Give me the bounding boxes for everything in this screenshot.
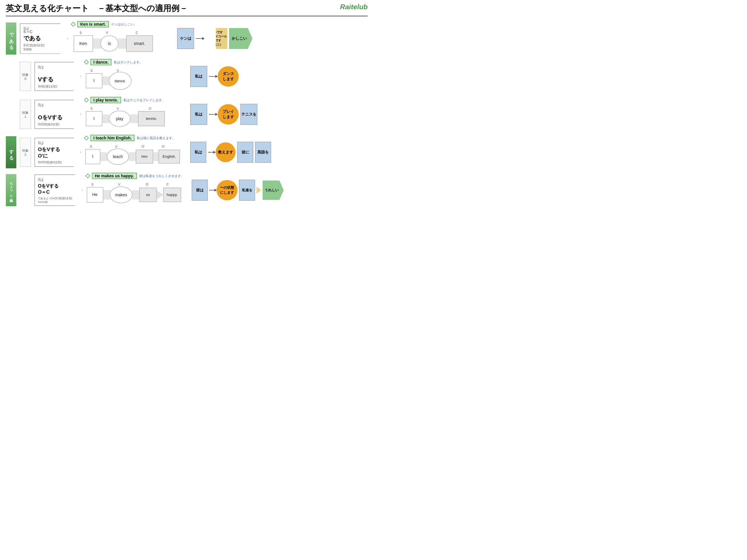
pattern-subject-3: Sは [38, 103, 44, 108]
vis-makes-oval: 〜の状態にします [216, 180, 237, 201]
svg-text:V: V [106, 31, 108, 34]
pattern-box-5: Sは OをVする O＝C であるようSVOC型(第5文型) SVOA型 [34, 175, 83, 206]
vis-arrow-1 [196, 38, 203, 39]
diagram-3: I play tennis. 私はテニスをプレイします。 S V O I pla… [85, 97, 184, 132]
page-title: 英文見える化チャート －基本文型への適用例－ [6, 3, 188, 14]
page-wrapper: 英文見える化チャート －基本文型への適用例－ Raitelub である Sは S… [6, 3, 368, 208]
subcat-3: 対象1 [20, 100, 31, 129]
vis-arrow-3 [209, 114, 216, 115]
visual-3: 私は プレイします テニスを [190, 100, 368, 129]
svg-rect-26 [130, 114, 138, 123]
svg-text:happy.: happy. [166, 192, 178, 197]
sentence-label-5: He makes us happy. 彼は私達をうれしくさせます。 [86, 173, 185, 179]
vis-tennis-rect: テニスを [240, 104, 257, 125]
svg-rect-53 [132, 190, 139, 199]
svg-text:is: is [108, 41, 111, 46]
pattern-main-3: OをVする [38, 114, 71, 121]
visual-4: 私は 教えます 彼に 英語を [190, 138, 368, 167]
svg-text:V: V [115, 145, 118, 148]
page-header: 英文見える化チャート －基本文型への適用例－ Raitelub [6, 3, 368, 16]
svg-text:him: him [141, 154, 148, 159]
pattern-box-1: Sは S＝C である SVC型(第2文型) SVA型 [20, 23, 68, 54]
svg-text:us: us [146, 192, 150, 197]
svg-text:S: S [91, 107, 93, 110]
svg-text:makes: makes [115, 192, 127, 197]
sentence-label-3: I play tennis. 私はテニスをプレイします。 [85, 97, 184, 103]
vis-watashi-3: 私は [190, 104, 207, 125]
pattern-type-5: であるようSVOC型(第5文型) SVOA型 [38, 196, 73, 204]
sentence-ja-4: 私は彼に英語を教えます。 [137, 136, 175, 140]
vis-watashi-4: 私は [190, 142, 206, 163]
vis-arrow-2 [209, 76, 216, 77]
pattern-type-3: SVO型(第3文型) [38, 123, 71, 127]
vis-play-oval: プレイします [218, 104, 239, 125]
svg-text:teach: teach [113, 154, 123, 159]
sentence-en-3: I play tennis. [91, 97, 121, 103]
vis-ureshii-pentagon: うれしい [263, 181, 284, 200]
svg-text:V: V [117, 107, 119, 110]
vis-eigo-rect: 英語を [255, 142, 271, 163]
main-content: である Sは S＝C である SVC型(第2文型) SVA型 Ken is sm… [6, 21, 368, 208]
svg-text:smart.: smart. [134, 41, 145, 46]
diagram-5: He makes us happy. 彼は私達をうれしくさせます。 S V O … [86, 173, 185, 208]
svg-rect-38 [129, 152, 136, 161]
vis-arrow-4 [208, 152, 214, 153]
sidebar-group-である: である [6, 23, 16, 55]
svg-text:S: S [91, 183, 93, 186]
row-2: 対象0 Sは Vする SV型(第1文型) I dance. 私はダンスします。 … [6, 59, 368, 94]
sentence-en-2: I dance. [91, 59, 111, 65]
svg-rect-23 [102, 114, 109, 123]
diamond-icon-5 [85, 174, 91, 179]
vis-ken-rect: ケンは [177, 28, 194, 49]
vis-dance-oval: ダンスします [218, 66, 239, 87]
vis-kashikoi-pentagon: かしこい [229, 28, 252, 49]
vis-triangle-5 [257, 187, 261, 194]
sentence-label-1: Ken is smart. ケンはかしこい。 [72, 21, 171, 27]
svg-rect-5 [93, 38, 102, 49]
row-3: 対象1 Sは OをVする SVO型(第3文型) I play tennis. 私… [6, 97, 368, 132]
sidebar-group-ちょっと: ちょっと入組み [6, 174, 16, 206]
svg-rect-8 [118, 38, 126, 49]
svg-text:C: C [166, 183, 169, 186]
sidebar-placeholder-2 [6, 60, 16, 92]
vis-kare-5: 彼は [192, 180, 208, 201]
svg-text:I: I [93, 78, 95, 83]
brand-logo: Raitelub [340, 3, 368, 11]
svg-text:English.: English. [162, 154, 176, 159]
pattern-main-4: OをVする O'に [38, 146, 71, 159]
sentence-en-5: He makes us happy. [92, 173, 137, 179]
svg-text:S: S [91, 69, 93, 72]
svg-rect-50 [103, 190, 110, 199]
sentence-ja-3: 私はテニスをプレイします。 [123, 98, 165, 102]
diamond-icon-4 [84, 136, 89, 140]
vis-teach-oval: 教えます [216, 142, 235, 162]
pattern-subject-2: Sは [38, 65, 44, 70]
diamond-icon-3 [84, 98, 89, 103]
sentence-en-4: I teach him English. [91, 135, 134, 141]
diagram-svg-2: S V I dance. [85, 68, 149, 93]
svg-text:tennis.: tennis. [146, 116, 157, 121]
pattern-type-1: SVC型(第2文型) SVA型 [23, 44, 58, 52]
visual-2: 私は ダンスします [190, 62, 368, 91]
pattern-box-2: Sは Vする SV型(第1文型) [34, 62, 81, 91]
svg-marker-56 [156, 190, 163, 199]
sentence-ja-5: 彼は私達をうれしくさせます。 [139, 174, 184, 178]
sentence-label-4: I teach him English. 私は彼に英語を教えます。 [85, 135, 184, 141]
pattern-main-5: OをVする O＝C [38, 183, 73, 195]
diagram-4: I teach him English. 私は彼に英語を教えます。 S V O'… [85, 135, 184, 170]
diagram-1: Ken is smart. ケンはかしこい。 S V C Ken is [72, 21, 171, 56]
svg-text:S: S [80, 31, 82, 34]
subcat-5 [20, 176, 31, 205]
vis-watashitachi-5: 私達を [239, 180, 255, 201]
diamond-icon-2 [84, 60, 89, 65]
diamond-icon-1 [71, 22, 76, 27]
svg-text:V: V [118, 183, 121, 186]
pattern-box-3: Sは OをVする SVO型(第3文型) [34, 100, 81, 129]
row-5: ちょっと入組み Sは OをVする O＝C であるようSVOC型(第5文型) SV… [6, 173, 368, 208]
svg-text:dance.: dance. [114, 79, 126, 83]
svg-rect-35 [100, 152, 107, 161]
subcat-4: 対象2 [20, 138, 31, 167]
diagram-svg-3: S V O I play tennis. [85, 106, 175, 131]
svg-text:O: O [162, 145, 164, 148]
visual-1: ケンは 〜です右とイコールです（ニ） かしこい [177, 24, 368, 53]
